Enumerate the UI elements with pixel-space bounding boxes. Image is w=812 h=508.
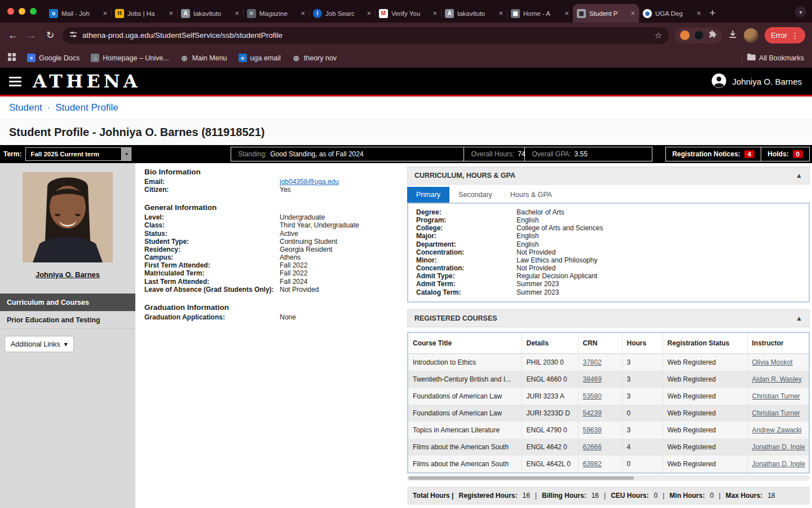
field-row: Admit Type:Regular Decision Applicant xyxy=(416,272,801,280)
term-select[interactable]: Fall 2025 Current term ▾ xyxy=(25,147,131,161)
apps-grid-icon[interactable] xyxy=(8,53,16,63)
tab-close-icon[interactable]: × xyxy=(630,9,635,17)
instructor-link[interactable]: Olivia Moskot xyxy=(752,358,793,366)
tab-close-icon[interactable]: × xyxy=(696,9,701,17)
back-icon[interactable]: ← xyxy=(7,30,19,41)
collapse-icon[interactable]: ▲ xyxy=(796,314,802,322)
collapse-icon[interactable]: ▲ xyxy=(796,172,802,179)
tab-jobs[interactable]: HJobs | Ha× xyxy=(111,4,177,23)
table-row: Films about the American SouthENGL 4642L… xyxy=(408,456,809,473)
browser-error-chip[interactable]: Error ⋮ xyxy=(765,27,805,43)
tab-favicon: ◉ xyxy=(643,9,652,18)
new-tab-button[interactable]: + xyxy=(705,7,720,23)
tab-job-search[interactable]: iJob Searc× xyxy=(309,4,375,23)
download-icon[interactable] xyxy=(728,29,738,41)
reload-icon[interactable]: ↻ xyxy=(44,29,56,41)
crn-link[interactable]: 54239 xyxy=(583,409,602,417)
field-value: Fall 2022 xyxy=(280,269,307,277)
tab-takavituto-1[interactable]: Atakavituto× xyxy=(177,4,243,23)
field-row: Minor:Law Ethics and Philosophy xyxy=(416,256,801,264)
tab-close-icon[interactable]: × xyxy=(301,9,305,17)
tab-favicon: A xyxy=(445,9,454,18)
tab-close-icon[interactable]: × xyxy=(433,9,437,17)
field-value: Fall 2022 xyxy=(280,261,307,269)
bookmark-homepage[interactable]: ⌂Homepage – Unive... xyxy=(91,54,169,62)
tab-close-icon[interactable]: × xyxy=(103,9,107,17)
extension-icon-2[interactable] xyxy=(694,30,704,40)
field-value: Not Provided xyxy=(517,248,555,256)
forward-icon[interactable]: → xyxy=(25,30,38,41)
tab-takavituto-2[interactable]: Atakavituto× xyxy=(441,4,507,23)
field-row: Leave of Absence (Grad Students Only):No… xyxy=(144,286,399,294)
zoom-window-button[interactable] xyxy=(30,8,37,15)
all-bookmarks-button[interactable]: All Bookmarks xyxy=(747,54,804,62)
field-label: First Term Attended: xyxy=(144,261,280,269)
user-menu[interactable]: Johniya O. Barnes xyxy=(711,73,812,90)
field-label: Graduation Applications: xyxy=(144,313,280,321)
extension-icon-1[interactable] xyxy=(680,30,690,40)
sidebar-student-name[interactable]: Johniya O. Barnes xyxy=(0,270,135,279)
crn-link[interactable]: 63982 xyxy=(583,460,602,468)
crn-link[interactable]: 59638 xyxy=(583,426,602,434)
extensions-puzzle-icon[interactable] xyxy=(708,30,717,41)
breadcrumb-student-profile[interactable]: Student Profile xyxy=(55,102,118,113)
tab-student-profile-active[interactable]: ▦Student P× xyxy=(573,4,639,23)
instructor-link[interactable]: Christian Turner xyxy=(752,392,800,400)
sidebar-item-curriculum-and-courses[interactable]: Curriculum and Courses xyxy=(0,294,135,311)
field-value: Active xyxy=(280,230,298,238)
tab-close-icon[interactable]: × xyxy=(235,9,239,17)
sidebar-item-prior-education[interactable]: Prior Education and Testing xyxy=(0,311,135,329)
registration-notices[interactable]: Registration Notices:4 xyxy=(666,147,761,161)
tab-uga-degree[interactable]: ◉UGA Deg× xyxy=(639,4,705,23)
crn-link[interactable]: 37802 xyxy=(583,358,602,366)
tab-primary[interactable]: Primary xyxy=(407,187,449,203)
holds[interactable]: Holds:0 xyxy=(761,147,809,161)
profile-avatar[interactable] xyxy=(744,28,758,43)
email-link[interactable]: job04358@uga.edu xyxy=(280,178,339,186)
tab-mail[interactable]: oMail - Joh× xyxy=(45,4,111,23)
bookmark-star-icon[interactable]: ☆ xyxy=(655,30,662,41)
breadcrumb-student[interactable]: Student xyxy=(9,102,42,113)
field-row: Concentration:Not Provided xyxy=(416,264,801,272)
instructor-link[interactable]: Andrew Zawacki xyxy=(752,426,802,434)
tab-secondary[interactable]: Secondary xyxy=(449,187,501,203)
tab-magazine[interactable]: ≡Magazine× xyxy=(243,4,309,23)
bookmark-theory-nov[interactable]: ⊕theory nov xyxy=(292,54,337,62)
field-row: Last Term Attended:Fall 2024 xyxy=(144,278,399,286)
field-row: Degree:Bachelor of Arts xyxy=(416,208,801,216)
instructor-link[interactable]: Christian Turner xyxy=(752,409,800,417)
hamburger-menu-icon[interactable] xyxy=(9,77,21,86)
overall-gpa-value: 3.55 xyxy=(575,150,588,158)
bookmark-uga-email[interactable]: ouga email xyxy=(239,54,281,62)
tab-close-icon[interactable]: × xyxy=(564,9,569,17)
field-value: Undergraduate xyxy=(280,213,325,221)
term-select-caret-icon[interactable]: ▾ xyxy=(121,148,131,160)
address-bar[interactable]: athena-prod.uga.edu/StudentSelfService/s… xyxy=(63,27,669,44)
additional-links-button[interactable]: Additional Links ▾ xyxy=(5,336,74,352)
url-text[interactable]: athena-prod.uga.edu/StudentSelfService/s… xyxy=(82,31,650,40)
bookmark-google-docs[interactable]: ≡Google Docs xyxy=(27,54,80,62)
crn-link[interactable]: 62666 xyxy=(583,443,602,451)
tab-hours-gpa[interactable]: Hours & GPA xyxy=(501,187,561,203)
crn-link[interactable]: 53580 xyxy=(583,392,602,400)
instructor-link[interactable]: Jonathan D. Ingle xyxy=(752,443,805,451)
table-header-row: Course Title Details CRN Hours Registrat… xyxy=(408,332,809,354)
tab-search-icon[interactable]: ▾ xyxy=(795,6,806,17)
instructor-link[interactable]: Aidan R. Wasley xyxy=(752,375,802,383)
tab-verify[interactable]: MVerify You× xyxy=(375,4,441,23)
scrollbar-thumb[interactable] xyxy=(408,476,634,480)
bookmark-main-menu[interactable]: ⊕Main Menu xyxy=(180,54,227,62)
minimize-window-button[interactable] xyxy=(19,8,25,15)
instructor-link[interactable]: Jonathan D. Ingle xyxy=(752,460,805,468)
tab-close-icon[interactable]: × xyxy=(498,9,503,17)
tab-close-icon[interactable]: × xyxy=(169,9,173,17)
close-window-button[interactable] xyxy=(7,8,14,15)
horizontal-scrollbar[interactable] xyxy=(407,475,810,481)
site-info-icon[interactable] xyxy=(69,30,77,41)
tab-home[interactable]: ▦Home - A× xyxy=(507,4,573,23)
field-row: Graduation Applications:None xyxy=(144,313,399,321)
crn-link[interactable]: 38469 xyxy=(583,375,602,383)
user-icon xyxy=(711,73,727,90)
tab-close-icon[interactable]: × xyxy=(367,9,371,17)
overflow-menu-icon[interactable]: ⋮ xyxy=(791,31,799,40)
